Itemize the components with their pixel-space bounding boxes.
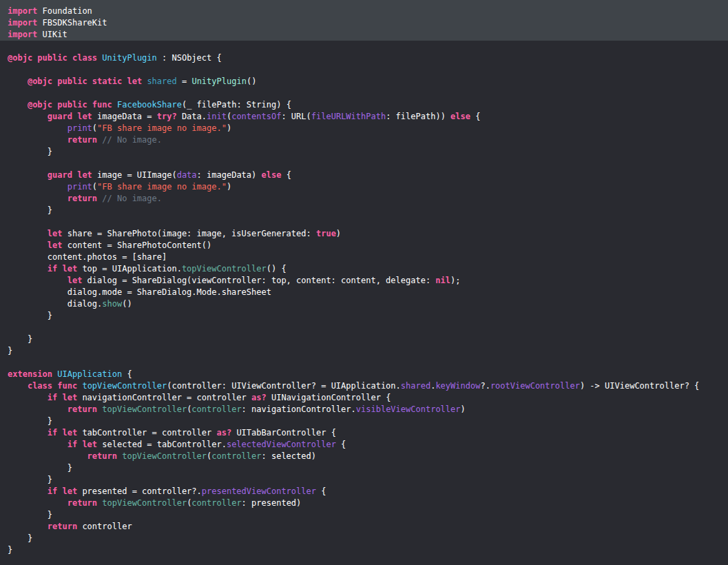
code-line[interactable]: if let tabController = controller as? UI… xyxy=(0,427,728,439)
code-line[interactable]: guard let image = UIImage(data: imageDat… xyxy=(0,170,728,181)
code-line[interactable]: guard let imageData = try? Data.init(con… xyxy=(0,111,728,123)
code-token xyxy=(8,276,67,285)
code-token: controller xyxy=(211,451,261,461)
code-line[interactable]: } xyxy=(0,415,728,427)
code-line[interactable]: dialog.show() xyxy=(0,298,728,310)
code-line[interactable]: } xyxy=(0,544,728,556)
code-token: content = SharePhotoContent() xyxy=(62,240,211,250)
code-token: if xyxy=(48,486,57,496)
code-line[interactable] xyxy=(0,41,728,52)
code-line[interactable]: import FBSDKShareKit xyxy=(0,17,728,29)
code-token: guard xyxy=(48,170,72,180)
code-line[interactable]: class func topViewController(controller:… xyxy=(0,380,728,392)
code-line[interactable]: content.photos = [share] xyxy=(0,251,728,263)
code-token: UITabBarController { xyxy=(231,428,336,438)
code-token: visibleViewController xyxy=(356,404,461,414)
code-token: } xyxy=(8,533,32,543)
code-line[interactable]: return topViewController(controller: pre… xyxy=(0,497,728,509)
code-line[interactable]: print("FB share image no image.") xyxy=(0,123,728,134)
code-token: UIKit xyxy=(37,30,67,39)
code-token: public xyxy=(57,100,87,110)
code-token xyxy=(8,428,48,438)
code-token: controller xyxy=(77,522,132,531)
code-token: let xyxy=(62,264,77,274)
code-line[interactable]: } xyxy=(0,533,728,544)
code-line[interactable]: dialog.mode = ShareDialog.Mode.shareShee… xyxy=(0,287,728,298)
code-token: shared xyxy=(401,381,430,391)
code-line[interactable]: return // No image. xyxy=(0,193,728,205)
code-line[interactable] xyxy=(0,88,728,99)
code-token: { xyxy=(470,112,480,121)
code-token: import xyxy=(8,30,37,39)
code-token: selected = tabController. xyxy=(97,440,227,449)
code-line[interactable]: } xyxy=(0,474,728,486)
code-token: ) xyxy=(461,404,466,414)
code-line[interactable]: } xyxy=(0,509,728,521)
code-line[interactable] xyxy=(0,158,728,170)
code-editor[interactable]: { "editor": { "language": "swift", "colo… xyxy=(0,0,728,565)
code-line[interactable] xyxy=(0,216,728,228)
code-token: presented = controller?. xyxy=(77,486,202,496)
code-token: } xyxy=(8,346,12,356)
code-token: FBSDKShareKit xyxy=(37,18,107,28)
code-line[interactable] xyxy=(0,322,728,333)
code-token: () { xyxy=(267,264,287,274)
code-line[interactable]: print("FB share image no image.") xyxy=(0,181,728,193)
code-line[interactable] xyxy=(0,357,728,369)
code-token: try? xyxy=(157,112,177,121)
code-token xyxy=(8,404,67,414)
code-token: { xyxy=(122,369,132,379)
code-token: { xyxy=(336,440,346,449)
code-token: let xyxy=(62,428,77,438)
code-token: (controller: UIViewController? = UIAppli… xyxy=(167,381,401,391)
code-line[interactable]: import UIKit xyxy=(0,29,728,41)
code-area[interactable]: import Foundationimport FBSDKShareKitimp… xyxy=(0,0,728,565)
code-token: import xyxy=(8,18,37,28)
code-line[interactable]: } xyxy=(0,310,728,322)
code-token: UnityPlugin xyxy=(191,76,246,86)
code-line[interactable]: return // No image. xyxy=(0,134,728,146)
code-line[interactable]: } xyxy=(0,146,728,158)
code-token: class xyxy=(28,381,52,391)
code-line[interactable]: if let navigationController = controller… xyxy=(0,392,728,404)
code-line[interactable]: @objc public static let shared = UnityPl… xyxy=(0,76,728,88)
code-line[interactable]: let share = SharePhoto(image: image, isU… xyxy=(0,228,728,240)
code-token: return xyxy=(87,451,117,461)
code-token: } xyxy=(8,510,52,520)
code-line[interactable]: } xyxy=(0,462,728,474)
code-line[interactable]: let dialog = ShareDialog(viewController:… xyxy=(0,275,728,287)
code-line[interactable]: return topViewController(controller: sel… xyxy=(0,451,728,462)
code-line[interactable]: } xyxy=(0,205,728,216)
code-token: } xyxy=(8,311,52,320)
code-token xyxy=(8,112,48,121)
code-token: top = UIApplication. xyxy=(77,264,182,274)
code-token: class xyxy=(72,53,97,63)
code-line[interactable]: extension UIApplication { xyxy=(0,369,728,380)
code-token xyxy=(8,393,48,402)
code-token: @objc xyxy=(8,53,32,63)
code-line[interactable]: @objc public func FacebookShare(_ filePa… xyxy=(0,99,728,111)
code-token: let xyxy=(67,276,83,285)
code-line[interactable]: } xyxy=(0,333,728,345)
code-token: } xyxy=(8,205,52,215)
code-line[interactable]: if let selected = tabController.selected… xyxy=(0,439,728,451)
code-line[interactable]: @objc public class UnityPlugin : NSObjec… xyxy=(0,52,728,64)
code-token: : navigationController. xyxy=(242,404,356,414)
code-token xyxy=(8,486,48,496)
code-token xyxy=(8,381,28,391)
code-token: let xyxy=(62,486,77,496)
code-token xyxy=(8,123,67,133)
code-line[interactable]: } xyxy=(0,345,728,357)
code-line[interactable]: if let presented = controller?.presented… xyxy=(0,486,728,497)
code-token: static xyxy=(92,76,122,86)
code-token xyxy=(8,170,48,180)
code-line[interactable]: return controller xyxy=(0,521,728,533)
code-line[interactable] xyxy=(0,64,728,76)
code-token: image = UIImage( xyxy=(92,170,177,180)
code-token xyxy=(8,498,67,508)
code-line[interactable]: import Foundation xyxy=(0,0,728,17)
code-token: print xyxy=(67,182,92,192)
code-line[interactable]: if let top = UIApplication.topViewContro… xyxy=(0,263,728,275)
code-line[interactable]: return topViewController(controller: nav… xyxy=(0,404,728,415)
code-line[interactable]: let content = SharePhotoContent() xyxy=(0,240,728,251)
